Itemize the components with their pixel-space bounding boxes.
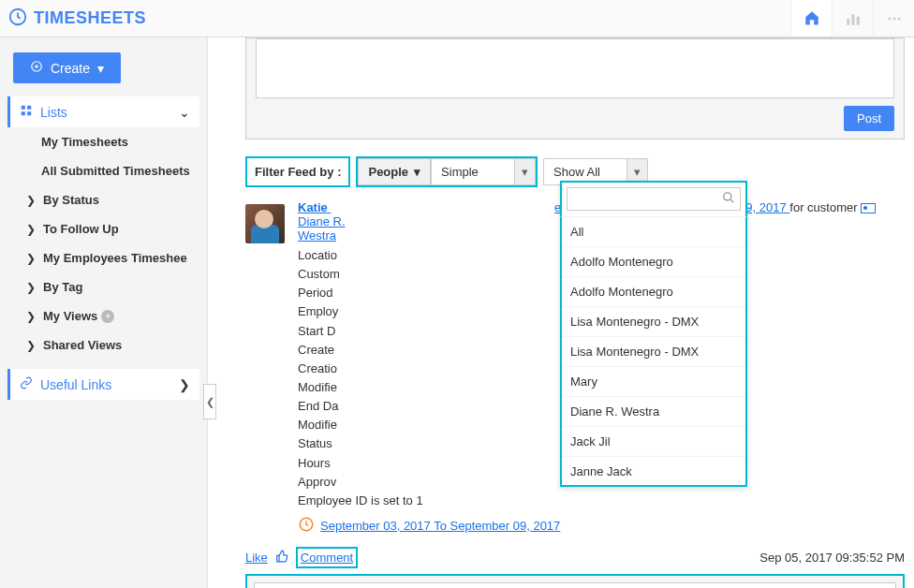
svg-point-4 xyxy=(888,17,891,20)
dropdown-option[interactable]: Adolfo Montenegro xyxy=(561,247,746,277)
avatar[interactable] xyxy=(245,204,285,243)
chart-icon[interactable] xyxy=(832,0,873,37)
svg-rect-10 xyxy=(22,111,25,115)
svg-point-5 xyxy=(892,17,895,20)
sidebar-item-by-status[interactable]: ❯By Status xyxy=(7,185,199,214)
sidebar-item-label: By Status xyxy=(43,193,99,207)
create-button[interactable]: Create ▾ xyxy=(13,52,121,83)
dropdown-option[interactable]: Lisa Montenegro - DMX xyxy=(561,337,746,367)
sidebar-item-my-employees[interactable]: ❯My Employees Timeshee xyxy=(7,243,199,272)
customer-link[interactable]: Diane R. xyxy=(298,214,346,228)
sidebar: Create ▾ Lists ⌄ My Timesheets All Submi… xyxy=(0,37,208,588)
svg-rect-2 xyxy=(851,14,854,24)
caret-down-icon: ▾ xyxy=(97,61,104,76)
sidebar-item-my-timesheets[interactable]: My Timesheets xyxy=(7,127,199,156)
actions-row: Like Comment Sep 05, 2017 09:35:52 PM xyxy=(245,547,905,568)
layout: Create ▾ Lists ⌄ My Timesheets All Submi… xyxy=(0,37,914,588)
sidebar-item-label: Shared Views xyxy=(43,338,122,352)
sidebar-item-label: My Employees Timeshee xyxy=(43,251,187,265)
comment-input[interactable]: Write a comment xyxy=(254,582,896,588)
search-icon[interactable] xyxy=(722,191,735,207)
sidebar-item-label: My Timesheets xyxy=(41,135,128,149)
plus-badge-icon[interactable]: + xyxy=(101,310,114,323)
lists-header[interactable]: Lists ⌄ xyxy=(7,96,199,127)
highlight-filter-label: Filter Feed by : xyxy=(245,156,350,187)
svg-rect-3 xyxy=(856,16,859,24)
sidebar-item-to-follow-up[interactable]: ❯To Follow Up xyxy=(7,214,199,243)
topbar-right xyxy=(790,0,914,37)
sidebar-item-my-views[interactable]: ❯My Views+ xyxy=(7,301,199,331)
attachment-row: September 03, 2017 To September 09, 2017 xyxy=(298,516,905,536)
useful-links-label: Useful Links xyxy=(40,377,111,392)
detail-row: Employee ID is set to 1 xyxy=(298,492,905,510)
people-dropdown-panel: All Adolfo Montenegro Adolfo Montenegro … xyxy=(560,181,747,487)
clock-icon xyxy=(7,7,28,30)
create-label: Create xyxy=(51,61,90,76)
clock-icon xyxy=(298,516,315,536)
svg-rect-1 xyxy=(847,19,849,25)
author-link[interactable]: Katie xyxy=(298,200,331,214)
dropdown-option[interactable]: Adolfo Montenegro xyxy=(561,277,746,307)
chevron-down-icon: ⌄ xyxy=(179,105,190,120)
main: Post Filter Feed by : People ▾ Simple ▾ … xyxy=(208,37,914,588)
topbar-left: TIMESHEETS xyxy=(0,7,790,30)
post-box: Post xyxy=(245,37,905,140)
dropdown-search-input[interactable] xyxy=(567,187,741,211)
card-icon xyxy=(861,203,876,213)
more-icon[interactable] xyxy=(873,0,914,37)
sidebar-item-label: By Tag xyxy=(43,280,82,294)
sidebar-item-shared-views[interactable]: ❯Shared Views xyxy=(7,331,199,360)
home-icon[interactable] xyxy=(790,0,832,37)
like-link[interactable]: Like xyxy=(245,551,268,565)
sidebar-item-label: To Follow Up xyxy=(43,222,119,236)
simple-label: Simple xyxy=(431,158,515,185)
chevron-right-icon: ❯ xyxy=(26,339,36,352)
sidebar-item-label: All Submitted Timesheets xyxy=(41,164,190,178)
dropdown-option[interactable]: All xyxy=(561,217,746,247)
useful-links-header[interactable]: Useful Links ❯ xyxy=(7,369,199,400)
chevron-right-icon: ❯ xyxy=(26,281,36,294)
svg-rect-9 xyxy=(27,106,31,110)
lists-label: Lists xyxy=(40,105,67,120)
highlight-comment: Comment xyxy=(296,547,358,568)
dropdown-option[interactable]: Mary xyxy=(561,367,746,397)
grid-icon xyxy=(20,104,33,120)
dropdown-option[interactable]: Lisa Montenegro - DMX xyxy=(561,307,746,337)
highlight-people-dropdown: People ▾ Simple ▾ xyxy=(356,156,538,187)
topbar: TIMESHEETS xyxy=(0,0,914,37)
svg-point-6 xyxy=(897,17,900,20)
post-textarea[interactable] xyxy=(256,38,894,98)
sidebar-item-by-tag[interactable]: ❯By Tag xyxy=(7,272,199,301)
chevron-right-icon: ❯ xyxy=(179,377,190,392)
filter-label: Filter Feed by : xyxy=(247,158,348,185)
svg-rect-8 xyxy=(22,106,25,110)
chevron-right-icon: ❯ xyxy=(26,194,36,207)
people-dropdown-button[interactable]: People ▾ xyxy=(358,158,431,185)
for-customer-text: for customer xyxy=(789,200,857,214)
attachment-link[interactable]: September 03, 2017 To September 09, 2017 xyxy=(320,519,560,533)
comment-link[interactable]: Comment xyxy=(298,549,356,566)
app-title: TIMESHEETS xyxy=(34,8,146,28)
dropdown-option[interactable]: Jack Jil xyxy=(561,427,746,457)
app-logo: TIMESHEETS xyxy=(7,7,146,30)
simple-dropdown-arrow[interactable]: ▾ xyxy=(515,158,536,185)
plus-icon xyxy=(30,60,43,76)
timestamp: Sep 05, 2017 09:35:52 PM xyxy=(759,551,905,565)
dropdown-search-wrap xyxy=(561,182,746,217)
post-button[interactable]: Post xyxy=(844,106,894,131)
post-button-row: Post xyxy=(246,98,904,131)
caret-down-icon: ▾ xyxy=(414,165,420,179)
dropdown-option[interactable]: Janne Jack xyxy=(561,457,746,486)
chevron-right-icon: ❯ xyxy=(26,252,36,265)
thumbs-up-icon[interactable] xyxy=(275,550,288,566)
chevron-right-icon: ❯ xyxy=(26,310,36,323)
link-icon xyxy=(20,376,33,392)
svg-rect-11 xyxy=(27,111,31,115)
chevron-right-icon: ❯ xyxy=(26,223,36,236)
dropdown-option[interactable]: Diane R. Westra xyxy=(561,397,746,427)
sidebar-item-label: My Views xyxy=(43,309,97,323)
sidebar-item-all-submitted[interactable]: All Submitted Timesheets xyxy=(7,156,199,185)
people-label: People xyxy=(368,165,408,179)
simple-dropdown: Simple ▾ xyxy=(431,158,536,185)
comment-box: Write a comment Press enter to post your… xyxy=(245,574,905,588)
